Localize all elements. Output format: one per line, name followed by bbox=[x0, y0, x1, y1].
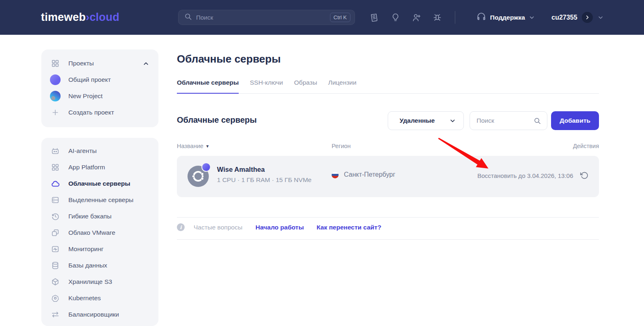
column-name[interactable]: Название▼ bbox=[177, 143, 210, 149]
global-search[interactable]: Поиск Ctrl K bbox=[178, 10, 355, 25]
history-clock-icon bbox=[50, 211, 60, 221]
link-getting-started[interactable]: Начало работы bbox=[255, 224, 304, 231]
chevron-down-icon bbox=[529, 14, 535, 21]
vmware-cloud-icon bbox=[50, 228, 60, 238]
top-navbar: timeweb›cloud Поиск Ctrl K Поддержка cu2… bbox=[0, 0, 644, 35]
project-label: Создать проект bbox=[68, 109, 114, 116]
monitoring-pulse-icon bbox=[50, 244, 60, 254]
projects-grid-icon bbox=[50, 58, 60, 68]
restore-icon[interactable] bbox=[580, 171, 588, 180]
header-icon-group bbox=[370, 0, 442, 35]
sidebar-item-label: Балансировщики bbox=[68, 311, 119, 318]
faq-label: Частые вопросы bbox=[194, 224, 242, 231]
status-filter-dropdown[interactable]: Удаленные bbox=[388, 111, 464, 130]
sidebar-item-label: Облачные серверы bbox=[68, 180, 130, 187]
faq-links-row: i Частые вопросы Начало работы Как перен… bbox=[177, 223, 381, 231]
sidebar-item-dedicated-servers[interactable]: Выделенные серверы bbox=[50, 192, 149, 208]
chevron-right-icon bbox=[585, 15, 590, 20]
sidebar-item-monitoring[interactable]: Мониторинг bbox=[50, 241, 149, 257]
column-actions: Действия bbox=[573, 143, 599, 149]
logo-cloud: cloud bbox=[90, 11, 120, 24]
sidebar-item-vmware[interactable]: Облако VMware bbox=[50, 225, 149, 241]
search-icon bbox=[184, 13, 192, 22]
sidebar-item-label: Мониторинг bbox=[68, 245, 104, 253]
sidebar-item-label: Kubernetes bbox=[68, 295, 101, 302]
sidebar-item-ai-agents[interactable]: AI-агенты bbox=[50, 143, 149, 159]
tab-licenses[interactable]: Лицензии bbox=[328, 79, 357, 93]
database-icon bbox=[50, 261, 60, 270]
section-title: Облачные серверы bbox=[177, 115, 257, 125]
sidebar-item-label: Облако VMware bbox=[68, 229, 115, 236]
logo[interactable]: timeweb›cloud bbox=[41, 0, 120, 35]
sidebar-item-databases[interactable]: Базы данных bbox=[50, 257, 149, 274]
restore-deadline-text: Восстановить до 3.04.2026, 13:06 bbox=[477, 172, 573, 179]
sidebar-item-kubernetes[interactable]: Kubernetes bbox=[50, 290, 149, 306]
tab-images[interactable]: Образы bbox=[294, 79, 317, 93]
link-transfer-site[interactable]: Как перенести сайт? bbox=[316, 224, 381, 231]
server-action: Восстановить до 3.04.2026, 13:06 bbox=[477, 171, 588, 180]
project-label: New Project bbox=[68, 92, 103, 100]
logo-separator: › bbox=[86, 11, 89, 24]
chevron-up-icon[interactable] bbox=[142, 60, 149, 67]
account-id: cu27355 bbox=[551, 14, 577, 21]
column-region: Регион bbox=[332, 143, 351, 149]
sidebar-item-new-project[interactable]: New Project bbox=[50, 88, 149, 104]
support-menu[interactable]: Поддержка bbox=[476, 0, 535, 35]
plus-icon bbox=[50, 108, 60, 117]
chevron-down-icon[interactable] bbox=[597, 14, 604, 21]
sidebar-item-label: Гибкие бэкапы bbox=[68, 213, 111, 220]
kubernetes-icon bbox=[50, 293, 60, 303]
sidebar-item-label: AI-агенты bbox=[68, 147, 97, 155]
account-avatar[interactable] bbox=[582, 12, 593, 23]
sidebar-item-label: Базы данных bbox=[68, 262, 107, 269]
headphones-icon bbox=[476, 11, 486, 23]
server-specs: 1 CPU · 1 ГБ RAM · 15 ГБ NVMe bbox=[217, 176, 312, 184]
logo-timeweb: timeweb bbox=[41, 11, 86, 24]
idea-lightbulb-icon[interactable] bbox=[391, 13, 400, 22]
support-label: Поддержка bbox=[490, 14, 525, 21]
project-badge bbox=[201, 162, 211, 172]
tab-bar: Облачные серверы SSH-ключи Образы Лиценз… bbox=[177, 79, 599, 94]
tab-ssh-keys[interactable]: SSH-ключи bbox=[250, 79, 283, 93]
sidebar-item-label: Выделенные серверы bbox=[68, 196, 133, 204]
server-search-input[interactable] bbox=[477, 117, 533, 124]
server-row[interactable]: Wise Amalthea 1 CPU · 1 ГБ RAM · 15 ГБ N… bbox=[177, 156, 599, 197]
add-server-button[interactable]: Добавить bbox=[551, 111, 599, 130]
sidebar-item-label: App Platform bbox=[68, 164, 105, 171]
sidebar-item-create-project[interactable]: Создать проект bbox=[50, 104, 149, 121]
server-name: Wise Amalthea bbox=[217, 166, 265, 173]
projects-card: Проекты Общий проект New Project Создать… bbox=[41, 49, 158, 127]
server-search[interactable] bbox=[470, 111, 547, 130]
projects-title: Проекты bbox=[68, 60, 94, 67]
sidebar-item-cloud-servers[interactable]: Облачные серверы bbox=[50, 175, 149, 192]
chevron-down-icon bbox=[449, 117, 456, 124]
divider bbox=[177, 239, 599, 240]
projects-header[interactable]: Проекты bbox=[50, 55, 149, 72]
region-label: Санкт-Петербург bbox=[344, 171, 395, 178]
sidebar-item-balancers[interactable]: Балансировщики bbox=[50, 306, 149, 323]
sidebar-item-common-project[interactable]: Общий проект bbox=[50, 72, 149, 88]
server-icon bbox=[50, 195, 60, 205]
header-divider bbox=[455, 11, 455, 24]
services-nav-card: AI-агенты App Platform Облачные серверы … bbox=[41, 138, 158, 326]
cloud-icon bbox=[50, 179, 60, 189]
project-avatar bbox=[50, 75, 60, 85]
sidebar-item-label: Хранилище S3 bbox=[68, 278, 112, 286]
filter-selected-value: Удаленные bbox=[400, 117, 449, 124]
add-user-icon[interactable] bbox=[411, 13, 421, 22]
account-menu[interactable]: cu27355 bbox=[551, 0, 604, 35]
balancer-arrows-icon bbox=[50, 310, 60, 319]
tab-cloud-servers[interactable]: Облачные серверы bbox=[177, 79, 239, 93]
app-grid-icon bbox=[50, 162, 60, 172]
robot-icon bbox=[50, 146, 60, 156]
sidebar-item-s3-storage[interactable]: Хранилище S3 bbox=[50, 274, 149, 290]
sidebar-item-backups[interactable]: Гибкие бэкапы bbox=[50, 208, 149, 225]
project-avatar bbox=[50, 91, 60, 101]
sidebar-item-app-platform[interactable]: App Platform bbox=[50, 159, 149, 175]
search-placeholder: Поиск bbox=[196, 14, 330, 21]
bug-report-icon[interactable] bbox=[432, 13, 442, 22]
sort-arrow-icon: ▼ bbox=[206, 144, 210, 148]
info-icon: i bbox=[177, 223, 185, 231]
news-icon[interactable] bbox=[370, 13, 380, 22]
server-region: Санкт-Петербург bbox=[332, 171, 395, 178]
